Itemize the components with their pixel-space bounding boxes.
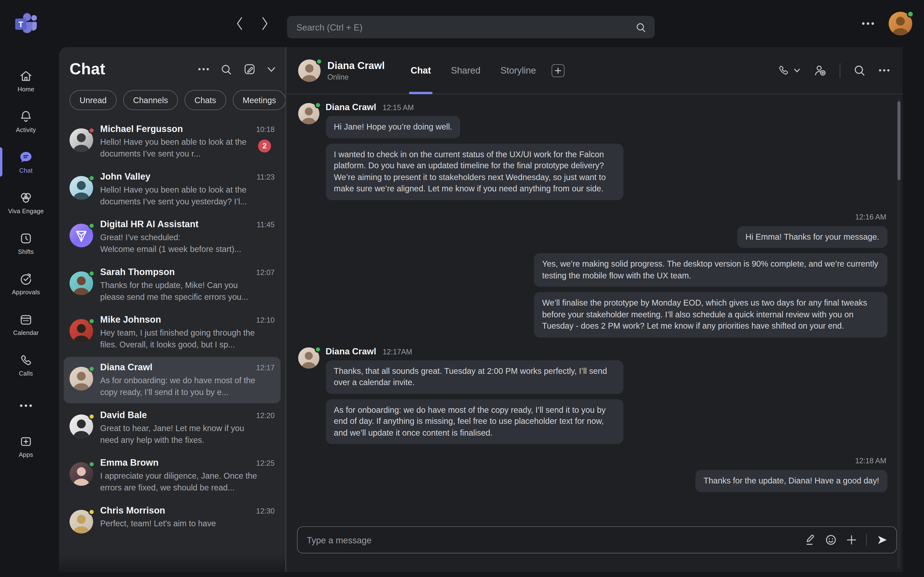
presence-indicator bbox=[88, 270, 95, 277]
rail-more-apps[interactable] bbox=[0, 388, 52, 423]
presence-indicator bbox=[88, 175, 95, 181]
message-bubble[interactable]: Thanks, that all sounds great. Tuesday a… bbox=[326, 360, 623, 394]
add-tab-button[interactable] bbox=[551, 64, 564, 77]
sidebar-item-calendar[interactable]: Calendar bbox=[0, 307, 52, 342]
scrollbar-thumb[interactable] bbox=[898, 101, 900, 180]
conversation-time: 10:18 bbox=[252, 126, 275, 134]
teams-window: T bbox=[0, 0, 924, 577]
user-avatar[interactable] bbox=[888, 12, 912, 35]
sidebar-item-apps[interactable]: Apps bbox=[0, 429, 52, 463]
message-bubble[interactable]: Hi Emma! Thanks for your message. bbox=[737, 226, 887, 248]
presence-indicator bbox=[88, 413, 95, 420]
avatar bbox=[69, 367, 93, 390]
conversation-time: 11:23 bbox=[252, 173, 275, 181]
filter-unread[interactable]: Unread bbox=[69, 90, 117, 110]
conversation-list-item[interactable]: Michael Fergusson10:18Hello! Have you be… bbox=[63, 118, 280, 165]
conversation-more-icon[interactable] bbox=[879, 69, 890, 72]
viva-engage-icon bbox=[18, 191, 34, 205]
search-icon[interactable] bbox=[635, 21, 646, 33]
conversation-list-item[interactable]: John Valley11:23Hello! Have you been abl… bbox=[63, 166, 280, 213]
conversation-list-item[interactable]: Diana Crawl12:17As for onboarding: we do… bbox=[63, 357, 280, 403]
message-bubble[interactable]: Yes, we’re making solid progress. The de… bbox=[534, 253, 887, 287]
avatar bbox=[69, 319, 93, 343]
chat-more-options-icon[interactable] bbox=[198, 68, 209, 71]
add-people-icon[interactable] bbox=[813, 64, 826, 76]
sidebar-item-chat[interactable]: Chat bbox=[0, 145, 52, 179]
search-input[interactable] bbox=[296, 22, 635, 32]
message-time: 12:18 AM bbox=[855, 457, 886, 465]
conversation-list-item[interactable]: Digital HR AI Assistant11:45Great! I’ve … bbox=[63, 214, 280, 260]
composer-divider bbox=[866, 533, 867, 546]
phone-icon bbox=[19, 353, 33, 367]
conversation-search-icon[interactable] bbox=[853, 64, 866, 76]
presence-indicator bbox=[907, 11, 914, 18]
chat-list-pane: Chat Unread bbox=[59, 47, 285, 572]
conversation-list-item[interactable]: Sarah Thompson12:07Thanks for the update… bbox=[63, 261, 280, 308]
sidebar-item-activity[interactable]: Activity bbox=[0, 104, 52, 138]
conversation-pane: Diana Crawl Online Chat Shared Storyline bbox=[286, 47, 903, 572]
message-bubble[interactable]: I wanted to check in on the current stat… bbox=[326, 143, 623, 200]
conversation-time: 12:20 bbox=[252, 412, 275, 420]
more-options-icon[interactable] bbox=[861, 22, 874, 26]
forward-icon[interactable] bbox=[259, 16, 270, 31]
sidebar-item-calls[interactable]: Calls bbox=[0, 348, 52, 382]
svg-text:T: T bbox=[19, 20, 23, 29]
sidebar-item-viva-engage[interactable]: Viva Engage bbox=[0, 185, 52, 219]
avatar bbox=[69, 224, 93, 247]
call-button[interactable] bbox=[777, 64, 800, 76]
conversation-preview: Hello! Have you been able to look at the… bbox=[100, 136, 275, 160]
list-fade bbox=[59, 554, 285, 572]
sidebar-item-shifts[interactable]: Shifts bbox=[0, 226, 52, 260]
conversation-time: 12:17 bbox=[252, 364, 275, 372]
peer-avatar[interactable] bbox=[298, 59, 320, 82]
conversation-list-item[interactable]: David Bale12:20Great to hear, Jane! Let … bbox=[63, 405, 280, 451]
filter-chats[interactable]: Chats bbox=[184, 90, 226, 110]
incoming-message-group: Diana Crawl12:15 AMHi Jane! Hope you’re … bbox=[298, 102, 887, 205]
avatar bbox=[298, 347, 319, 368]
message-composer[interactable] bbox=[297, 526, 897, 553]
send-icon[interactable] bbox=[876, 534, 888, 546]
chat-search-icon[interactable] bbox=[220, 63, 232, 75]
filter-channels[interactable]: Channels bbox=[123, 90, 178, 110]
chevron-down-icon[interactable] bbox=[267, 66, 276, 72]
tab-storyline[interactable]: Storyline bbox=[501, 47, 536, 94]
presence-indicator bbox=[315, 346, 321, 353]
tab-shared[interactable]: Shared bbox=[451, 47, 480, 94]
conversation-name: Digital HR AI Assistant bbox=[100, 219, 198, 230]
message-bubble[interactable]: We’ll finalise the prototype by Monday E… bbox=[534, 292, 887, 337]
sidebar-item-home[interactable]: Home bbox=[0, 63, 52, 98]
message-bubble[interactable]: As for onboarding: we do have most of th… bbox=[326, 399, 623, 444]
conversation-list-item[interactable]: Mike Johnson12:10Hey team, I just finish… bbox=[63, 309, 280, 356]
conversation-time: 12:30 bbox=[252, 507, 275, 515]
conversation-list-item[interactable]: Chris Morrison12:30Perfect, team! Let's … bbox=[63, 500, 280, 539]
tab-chat[interactable]: Chat bbox=[410, 47, 431, 94]
conversation-preview: Great to hear, Jane! Let me know if you … bbox=[100, 422, 275, 446]
approvals-icon bbox=[19, 272, 33, 286]
presence-indicator bbox=[88, 366, 95, 372]
attach-plus-icon[interactable] bbox=[846, 535, 857, 545]
chat-filters: Unread Channels Chats Meetings bbox=[69, 90, 285, 110]
incoming-message-group: Diana Crawl12:17AMThanks, that all sound… bbox=[298, 346, 887, 449]
new-chat-icon[interactable] bbox=[243, 63, 255, 75]
top-bar: T bbox=[0, 0, 924, 47]
message-bubble[interactable]: Thanks for the update, Diana! Have a goo… bbox=[695, 470, 888, 492]
message-bubble[interactable]: Hi Jane! Hope you’re doing well. bbox=[326, 116, 460, 138]
global-search[interactable] bbox=[287, 16, 655, 38]
page-title: Chat bbox=[69, 60, 105, 78]
format-icon[interactable] bbox=[805, 534, 816, 546]
message-sender: Diana Crawl bbox=[326, 102, 376, 112]
filter-meetings[interactable]: Meetings bbox=[233, 90, 285, 110]
topbar-actions bbox=[861, 0, 912, 47]
back-icon[interactable] bbox=[234, 16, 245, 31]
conversation-preview: Perfect, team! Let's aim to have bbox=[100, 517, 275, 529]
emoji-icon[interactable] bbox=[825, 534, 837, 546]
conversation-preview: As for onboarding: we do have most of th… bbox=[100, 375, 275, 398]
outgoing-message-group: 12:18 AMThanks for the update, Diana! Ha… bbox=[298, 453, 887, 497]
app-rail: Home Activity Chat Viva Engage Shifts Ap… bbox=[0, 47, 52, 577]
conversation-list-item[interactable]: Emma Brown12:25I appreciate your diligen… bbox=[63, 452, 280, 499]
avatar bbox=[69, 271, 93, 295]
message-input[interactable] bbox=[307, 535, 805, 545]
message-time: 12:16 AM bbox=[855, 213, 886, 221]
presence-indicator bbox=[88, 222, 95, 229]
sidebar-item-approvals[interactable]: Approvals bbox=[0, 267, 52, 301]
